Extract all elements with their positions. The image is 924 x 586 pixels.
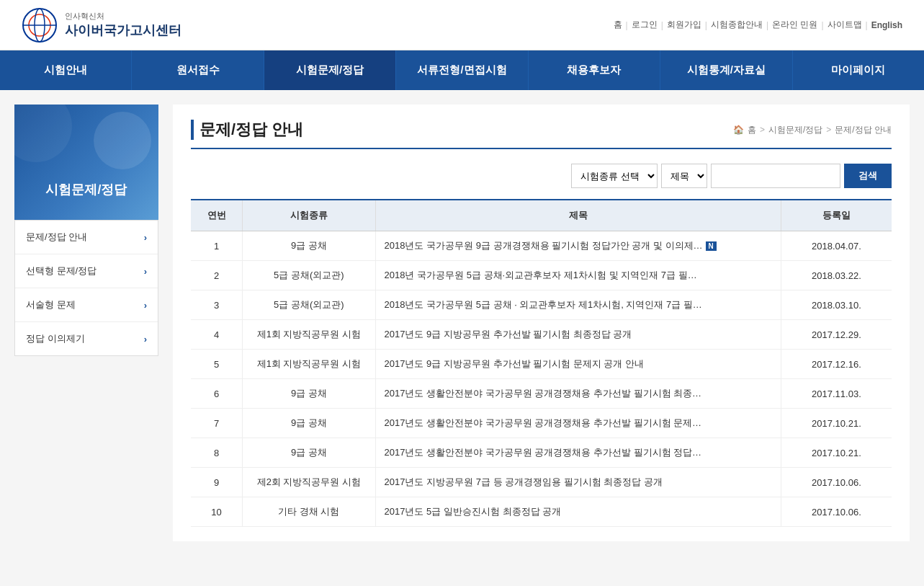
cell-num-3: 4 (191, 320, 243, 350)
sidebar-menu: 문제/정답 안내 › 선택형 문제/정답 › 서술형 문제 › 정답 이의제기 … (14, 220, 158, 356)
top-nav-home[interactable]: 홈 (614, 19, 622, 31)
sidebar-item-label-1: 선택형 문제/정답 (26, 265, 97, 278)
page-title-text: 문제/정답 안내 (199, 119, 303, 141)
sidebar-item-label-2: 서술형 문제 (26, 298, 76, 311)
sidebar-item-label-3: 정답 이의제기 (26, 332, 85, 345)
divider-6: | (866, 20, 868, 30)
cell-type-1: 5급 공채(외교관) (243, 261, 375, 290)
content-wrapper: 시험문제/정답 문제/정답 안내 › 선택형 문제/정답 › 서술형 문제 › … (0, 90, 924, 556)
cell-title-8[interactable]: 2017년도 지방공무원 7급 등 공개경쟁임용 필기시험 최종정답 공개 (375, 468, 781, 497)
col-header-type: 시험종류 (243, 200, 375, 231)
top-nav: 홈 | 로그인 | 회원가입 | 시험종합안내 | 온라인 민원 | 사이트맵 … (614, 19, 902, 31)
nav-item-stats[interactable]: 시험통계/자료실 (660, 50, 792, 90)
breadcrumb-sep-2: > (826, 125, 831, 135)
cell-date-1: 2018.03.22. (781, 261, 892, 290)
cell-type-8: 제2회 지방직공무원 시험 (243, 468, 375, 497)
cell-type-6: 9급 공채 (243, 409, 375, 438)
cell-date-0: 2018.04.07. (781, 231, 892, 261)
logo-emblem (22, 7, 58, 43)
cell-title-6[interactable]: 2017년도 생활안전분야 국가공무원 공개경쟁채용 추가선발 필기시험 문제… (375, 409, 781, 438)
table-row: 35급 공채(외교관)2018년도 국가공무원 5급 공채 · 외교관후보자 제… (191, 290, 892, 320)
breadcrumb-home[interactable]: 홈 (748, 124, 756, 136)
search-bar: 시험종류 선택 제목 검색 (191, 164, 892, 188)
top-nav-english[interactable]: English (871, 20, 902, 30)
search-button[interactable]: 검색 (844, 164, 892, 188)
nav-item-problems[interactable]: 시험문제/정답 (264, 50, 396, 90)
data-table: 연번 시험종류 제목 등록일 19급 공채2018년도 국가공무원 9급 공개경… (191, 199, 892, 527)
table-row: 4제1회 지방직공무원 시험2017년도 9급 지방공무원 추가선발 필기시험 … (191, 320, 892, 350)
cell-num-1: 2 (191, 261, 243, 290)
table-row: 19급 공채2018년도 국가공무원 9급 공개경쟁채용 필기시험 정답가안 공… (191, 231, 892, 261)
cell-title-2[interactable]: 2018년도 국가공무원 5급 공채 · 외교관후보자 제1차시험, 지역인재 … (375, 290, 781, 320)
exam-type-select[interactable]: 시험종류 선택 (571, 164, 658, 188)
cell-num-0: 1 (191, 231, 243, 261)
search-field-select[interactable]: 제목 (661, 164, 707, 188)
page-title: 문제/정답 안내 (191, 119, 303, 141)
sidebar: 시험문제/정답 문제/정답 안내 › 선택형 문제/정답 › 서술형 문제 › … (14, 105, 158, 541)
nav-item-exam-guide[interactable]: 시험안내 (0, 50, 132, 90)
sidebar-item-problem-guide[interactable]: 문제/정답 안내 › (15, 221, 158, 254)
search-input[interactable] (711, 164, 840, 188)
cell-title-9[interactable]: 2017년도 5급 일반승진시험 최종정답 공개 (375, 497, 781, 527)
nav-item-application[interactable]: 원서접수 (132, 50, 264, 90)
table-row: 89급 공채2017년도 생활안전분야 국가공무원 공개경쟁채용 추가선발 필기… (191, 438, 892, 468)
cell-title-4[interactable]: 2017년도 9급 지방공무원 추가선발 필기시험 문제지 공개 안내 (375, 350, 781, 379)
top-nav-login[interactable]: 로그인 (632, 19, 658, 31)
cell-num-9: 10 (191, 497, 243, 527)
divider-3: | (705, 20, 707, 30)
sidebar-item-selective-problem[interactable]: 선택형 문제/정답 › (15, 254, 158, 288)
chevron-right-icon-2: › (144, 300, 147, 311)
sidebar-item-answer-objection[interactable]: 정답 이의제기 › (15, 322, 158, 355)
cell-date-6: 2017.10.21. (781, 409, 892, 438)
cell-date-8: 2017.10.06. (781, 468, 892, 497)
nav-item-candidates[interactable]: 채용후보자 (529, 50, 660, 90)
header: 인사혁신처 사이버국가고시센터 홈 | 로그인 | 회원가입 | 시험종합안내 … (0, 0, 924, 50)
new-badge-0: N (706, 241, 717, 251)
top-nav-sitemap[interactable]: 사이트맵 (827, 19, 862, 31)
top-nav-signup[interactable]: 회원가입 (667, 19, 701, 31)
logo-top: 인사혁신처 (65, 11, 181, 22)
nav-item-docs-interview[interactable]: 서류전형/면접시험 (396, 50, 528, 90)
cell-type-0: 9급 공채 (243, 231, 375, 261)
cell-date-3: 2017.12.29. (781, 320, 892, 350)
chevron-right-icon-1: › (144, 266, 147, 277)
logo-area: 인사혁신처 사이버국가고시센터 (22, 7, 181, 43)
cell-type-4: 제1회 지방직공무원 시험 (243, 350, 375, 379)
cell-type-3: 제1회 지방직공무원 시험 (243, 320, 375, 350)
sidebar-item-essay-problem[interactable]: 서술형 문제 › (15, 288, 158, 322)
divider-1: | (626, 20, 628, 30)
cell-date-9: 2017.10.06. (781, 497, 892, 527)
cell-title-1[interactable]: 2018년 국가공무원 5급 공채·외교관후보자 제1차시험 및 지역인재 7급… (375, 261, 781, 290)
breadcrumb-level2: 문제/정답 안내 (835, 124, 892, 136)
table-header-row: 연번 시험종류 제목 등록일 (191, 200, 892, 231)
cell-title-3[interactable]: 2017년도 9급 지방공무원 추가선발 필기시험 최종정답 공개 (375, 320, 781, 350)
logo-bottom: 사이버국가고시센터 (65, 22, 181, 39)
cell-date-5: 2017.11.03. (781, 379, 892, 409)
cell-title-5[interactable]: 2017년도 생활안전분야 국가공무원 공개경쟁채용 추가선발 필기시험 최종… (375, 379, 781, 409)
nav-item-mypage[interactable]: 마이페이지 (793, 50, 924, 90)
table-row: 25급 공채(외교관)2018년 국가공무원 5급 공채·외교관후보자 제1차시… (191, 261, 892, 290)
top-nav-exam-info[interactable]: 시험종합안내 (711, 19, 763, 31)
main-nav: 시험안내 원서접수 시험문제/정답 서류전형/면접시험 채용후보자 시험통계/자… (0, 50, 924, 90)
cell-date-7: 2017.10.21. (781, 438, 892, 468)
cell-num-2: 3 (191, 290, 243, 320)
cell-title-7[interactable]: 2017년도 생활안전분야 국가공무원 공개경쟁채용 추가선발 필기시험 정답… (375, 438, 781, 468)
divider-2: | (661, 20, 663, 30)
logo-text: 인사혁신처 사이버국가고시센터 (65, 11, 181, 39)
cell-num-7: 8 (191, 438, 243, 468)
col-header-title: 제목 (375, 200, 781, 231)
cell-date-2: 2018.03.10. (781, 290, 892, 320)
divider-4: | (766, 20, 768, 30)
sidebar-header: 시험문제/정답 (14, 105, 158, 220)
breadcrumb-level1[interactable]: 시험문제/정답 (768, 124, 822, 136)
col-header-date: 등록일 (781, 200, 892, 231)
chevron-right-icon-0: › (144, 232, 147, 243)
cell-type-9: 기타 경채 시험 (243, 497, 375, 527)
page-title-area: 문제/정답 안내 🏠 홈 > 시험문제/정답 > 문제/정답 안내 (191, 119, 892, 149)
top-nav-online[interactable]: 온라인 민원 (772, 19, 817, 31)
home-icon: 🏠 (733, 125, 744, 135)
main-content: 문제/정답 안내 🏠 홈 > 시험문제/정답 > 문제/정답 안내 시험종류 선… (173, 105, 910, 541)
table-row: 79급 공채2017년도 생활안전분야 국가공무원 공개경쟁채용 추가선발 필기… (191, 409, 892, 438)
sidebar-item-label-0: 문제/정답 안내 (26, 231, 87, 244)
cell-title-0[interactable]: 2018년도 국가공무원 9급 공개경쟁채용 필기시험 정답가안 공개 및 이의… (375, 231, 781, 261)
